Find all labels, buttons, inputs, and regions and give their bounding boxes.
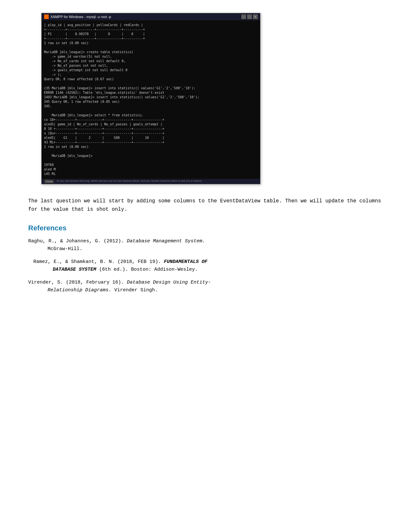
reference-item-1: Raghu, R., & Johannes, G. (2012). Databa… (28, 237, 383, 253)
terminal-window: XAMPP for Windows - mysql -u root -p — □… (41, 13, 260, 184)
reference-item-2: Ramez, E., & Shamkant, B. N. (2018, FEB … (28, 258, 383, 274)
references-section: References Raghu, R., & Johannes, G. (20… (28, 224, 383, 294)
references-heading: References (28, 224, 383, 232)
reference-item-3: Virender, S. (2018, February 16). Databa… (28, 279, 383, 294)
page-container: XAMPP for Windows - mysql -u root -p — □… (28, 13, 383, 294)
xampp-icon (44, 15, 49, 19)
terminal-titlebar-left: XAMPP for Windows - mysql -u root -p (44, 15, 111, 19)
ref3-line2: Relationship Diagrams. Virender Singh. (28, 286, 383, 294)
ref3-italic2: Relationship Diagrams. (48, 287, 112, 293)
ref1-line2: McGraw-Hill. (28, 245, 383, 253)
ref3-italic1: Database Design Using Entity- (127, 280, 211, 285)
main-paragraph: The last question we will start by addin… (28, 197, 383, 214)
terminal-titlebar: XAMPP for Windows - mysql -u root -p — □… (42, 13, 260, 20)
ref1-line1: Raghu, R., & Johannes, G. (2012). Databa… (28, 237, 383, 245)
ref2-line2: DATABASE SYSTEM (6th ed.). Boston: Addis… (34, 266, 383, 274)
ref1-italic: Database Management System. (127, 238, 205, 244)
terminal-close-button[interactable]: Close (44, 179, 54, 183)
terminal-statusbar: Close Or you can remove shot only, delet… (42, 179, 260, 184)
references-list: Raghu, R., & Johannes, G. (2012). Databa… (28, 237, 383, 294)
terminal-controls: — □ ✕ (241, 15, 258, 19)
terminal-title: XAMPP for Windows - mysql -u root -p (51, 15, 111, 19)
terminal-content: | play_id | avg_position | yellowCards |… (44, 23, 258, 176)
close-button[interactable]: ✕ (253, 15, 258, 19)
terminal-statusbar-text: Or you can remove shot only, delete and … (57, 179, 202, 183)
ref2-line1: Ramez, E., & Shamkant, B. N. (2018, FEB … (34, 258, 383, 266)
maximize-button[interactable]: □ (247, 15, 252, 19)
ref3-line1: Virender, S. (2018, February 16). Databa… (28, 279, 383, 286)
ref2-bold-italic: FUNDAMENTALS OF (164, 259, 208, 265)
terminal-body: | play_id | avg_position | yellowCards |… (42, 20, 260, 179)
ref2-db-italic: DATABASE SYSTEM (53, 267, 96, 272)
minimize-button[interactable]: — (241, 15, 246, 19)
